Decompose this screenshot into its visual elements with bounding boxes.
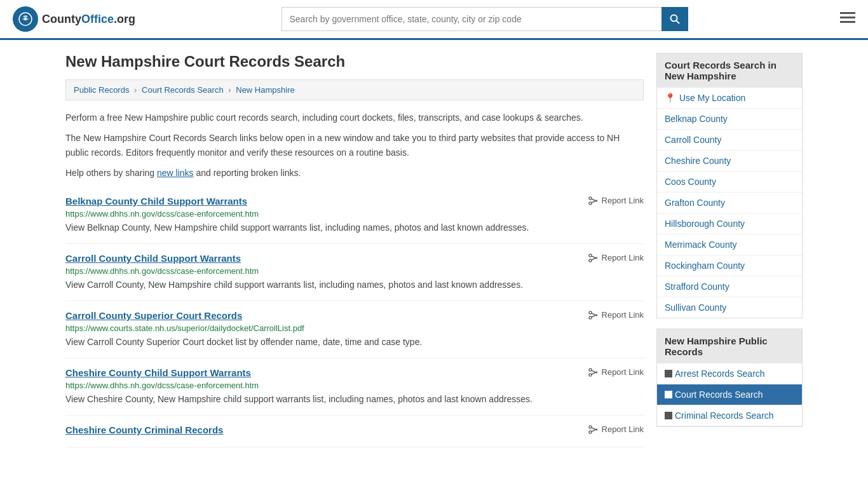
breadcrumb-new-hampshire[interactable]: New Hampshire xyxy=(236,85,294,95)
svg-line-3 xyxy=(676,21,679,24)
svg-point-16 xyxy=(589,316,592,319)
page-title: New Hampshire Court Records Search xyxy=(65,53,644,71)
svg-point-1 xyxy=(24,18,27,20)
result-url: https://www.dhhs.nh.gov/dcss/case-enforc… xyxy=(65,266,644,276)
description-para3: Help others by sharing new links and rep… xyxy=(65,166,644,180)
sidebar-item-sullivan[interactable]: Sullivan County xyxy=(657,297,802,318)
svg-point-19 xyxy=(589,369,592,371)
sidebar-item-cheshire[interactable]: Cheshire County xyxy=(657,151,802,172)
result-title[interactable]: Cheshire County Child Support Warrants xyxy=(65,367,251,378)
svg-point-15 xyxy=(589,311,592,314)
logo-icon xyxy=(13,6,38,32)
logo-area: CountyOffice.org xyxy=(13,6,135,32)
result-item: Carroll County Superior Court Records Re… xyxy=(65,301,644,358)
use-my-location-link[interactable]: Use My Location xyxy=(679,93,745,103)
svg-rect-6 xyxy=(840,21,855,23)
svg-point-7 xyxy=(589,197,592,200)
result-item: Belknap County Child Support Warrants Re… xyxy=(65,187,644,244)
description-para2: The New Hampshire Court Records Search l… xyxy=(65,131,644,159)
sidebar-section-public-records: New Hampshire Public Records Arrest Reco… xyxy=(656,329,803,427)
sidebar-item-belknap[interactable]: Belknap County xyxy=(657,109,802,130)
report-link-button[interactable]: Report Link xyxy=(588,424,644,435)
scissors-icon xyxy=(588,310,599,320)
svg-point-20 xyxy=(589,374,592,376)
breadcrumb-public-records[interactable]: Public Records xyxy=(74,85,129,95)
svg-point-2 xyxy=(670,15,677,22)
building-icon xyxy=(665,391,672,398)
search-button[interactable] xyxy=(661,7,688,31)
result-title[interactable]: Cheshire County Criminal Records xyxy=(65,424,223,435)
svg-point-11 xyxy=(589,254,592,257)
result-item: Cheshire County Criminal Records Report … xyxy=(65,416,644,447)
result-item: Cheshire County Child Support Warrants R… xyxy=(65,358,644,416)
search-input[interactable] xyxy=(281,7,661,31)
sidebar-item-coos[interactable]: Coos County xyxy=(657,172,802,193)
arrest-icon xyxy=(665,370,672,377)
result-url: https://www.dhhs.nh.gov/dcss/case-enforc… xyxy=(65,381,644,390)
breadcrumb-sep2: › xyxy=(228,85,231,95)
sidebar-item-grafton[interactable]: Grafton County xyxy=(657,193,802,214)
report-link-button[interactable]: Report Link xyxy=(588,253,644,263)
sidebar-section2-title: New Hampshire Public Records xyxy=(657,329,802,363)
result-desc: View Carroll County Superior Court docke… xyxy=(65,336,644,349)
result-item: Carroll County Child Support Warrants Re… xyxy=(65,244,644,301)
svg-rect-4 xyxy=(840,12,855,14)
scissors-icon xyxy=(588,424,599,435)
sidebar: Court Records Search in New Hampshire 📍 … xyxy=(656,53,803,447)
description-para1: Perform a free New Hampshire public cour… xyxy=(65,111,644,125)
result-title[interactable]: Carroll County Child Support Warrants xyxy=(65,253,241,264)
criminal-icon xyxy=(665,412,672,419)
sidebar-item-strafford[interactable]: Strafford County xyxy=(657,276,802,297)
result-url: https://www.courts.state.nh.us/superior/… xyxy=(65,323,644,333)
result-desc: View Belknap County, New Hampshire child… xyxy=(65,221,644,234)
svg-point-8 xyxy=(589,202,592,205)
result-desc: View Cheshire County, New Hampshire chil… xyxy=(65,393,644,406)
sidebar-item-hillsborough[interactable]: Hillsborough County xyxy=(657,214,802,234)
report-link-button[interactable]: Report Link xyxy=(588,310,644,320)
results-list: Belknap County Child Support Warrants Re… xyxy=(65,187,644,447)
breadcrumb: Public Records › Court Records Search › … xyxy=(65,79,644,100)
sidebar-item-arrest-records[interactable]: Arrest Records Search xyxy=(657,363,802,384)
result-desc: View Carroll County, New Hampshire child… xyxy=(65,278,644,292)
svg-point-24 xyxy=(589,431,592,433)
result-title[interactable]: Belknap County Child Support Warrants xyxy=(65,196,247,207)
sidebar-item-rockingham[interactable]: Rockingham County xyxy=(657,255,802,276)
hamburger-icon xyxy=(840,12,855,24)
sidebar-item-merrimack[interactable]: Merrimack County xyxy=(657,234,802,255)
scissors-icon xyxy=(588,367,599,377)
svg-rect-5 xyxy=(840,17,855,18)
svg-point-23 xyxy=(589,426,592,428)
report-link-button[interactable]: Report Link xyxy=(588,367,644,377)
search-area xyxy=(281,7,688,31)
sidebar-item-carroll[interactable]: Carroll County xyxy=(657,130,802,151)
sidebar-section-counties: Court Records Search in New Hampshire 📍 … xyxy=(656,53,803,318)
menu-button[interactable] xyxy=(840,11,855,27)
new-links-link[interactable]: new links xyxy=(157,168,194,178)
content-area: New Hampshire Court Records Search Publi… xyxy=(65,53,644,447)
search-icon xyxy=(670,14,680,24)
sidebar-item-criminal-records[interactable]: Criminal Records Search xyxy=(657,405,802,426)
scissors-icon xyxy=(588,253,599,263)
report-link-button[interactable]: Report Link xyxy=(588,196,644,206)
main-container: New Hampshire Court Records Search Publi… xyxy=(53,40,815,460)
sidebar-item-court-records[interactable]: Court Records Search xyxy=(657,384,802,405)
header: CountyOffice.org xyxy=(0,0,868,40)
result-title[interactable]: Carroll County Superior Court Records xyxy=(65,310,242,321)
sidebar-section1-title: Court Records Search in New Hampshire xyxy=(657,53,802,88)
pin-icon: 📍 xyxy=(665,93,675,103)
scissors-icon xyxy=(588,196,599,206)
logo-text: CountyOffice.org xyxy=(42,13,135,26)
result-url: https://www.dhhs.nh.gov/dcss/case-enforc… xyxy=(65,209,644,219)
use-my-location[interactable]: 📍 Use My Location xyxy=(657,88,802,109)
breadcrumb-sep1: › xyxy=(134,85,137,95)
breadcrumb-court-records[interactable]: Court Records Search xyxy=(142,85,224,95)
svg-point-12 xyxy=(589,259,592,262)
